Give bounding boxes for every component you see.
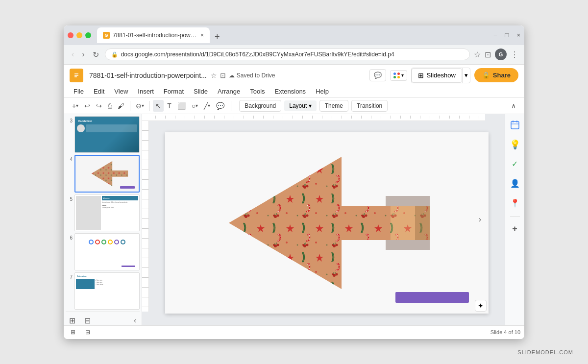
background-button[interactable]: Background xyxy=(239,100,281,112)
present-icon: ⊞ xyxy=(418,72,424,79)
menu-view[interactable]: View xyxy=(110,86,132,97)
collapse-panel-button[interactable]: ‹ xyxy=(131,314,139,325)
layout-button[interactable]: Layout ▾ xyxy=(284,100,316,111)
slide-grid-view[interactable]: ⊞ xyxy=(68,328,78,337)
redo-button[interactable]: ↪ xyxy=(94,100,104,112)
tab-close-icon[interactable]: × xyxy=(200,32,204,39)
screen-mirror-icon[interactable]: ⊡ xyxy=(485,50,491,59)
page-indicator: Slide 4 of 10 xyxy=(490,329,520,335)
lock-share-icon: 🔒 xyxy=(482,72,490,79)
add-sidebar-icon[interactable]: + xyxy=(508,222,522,236)
watermark: SLIDEMODEL.COM xyxy=(517,349,573,355)
grid-view-button[interactable]: ⊞ xyxy=(67,314,78,325)
undo-button[interactable]: ↩ xyxy=(82,100,93,112)
next-slide-arrow[interactable]: › xyxy=(479,215,481,224)
share-label: Share xyxy=(493,72,511,79)
slide-panel: 3 Placeholder 4 xyxy=(64,114,142,325)
star-icon[interactable]: ☆ xyxy=(211,72,217,79)
maximize-window-btn[interactable] xyxy=(85,32,91,38)
text-tool-button[interactable]: T xyxy=(165,100,174,112)
line-dropdown: ▾ xyxy=(208,103,210,108)
transition-button[interactable]: Transition xyxy=(351,100,388,112)
chrome-menu-icon[interactable]: ⋮ xyxy=(511,50,518,59)
meet-button[interactable]: ▾ xyxy=(390,70,407,81)
print-button[interactable]: ⎙ xyxy=(105,100,114,112)
slide-thumbnail-4[interactable] xyxy=(74,155,140,193)
next-arrow-icon[interactable]: › xyxy=(479,215,481,223)
slides-filename[interactable]: 7881-01-self-introduction-powerpoint... xyxy=(89,72,207,79)
reload-button[interactable]: ↻ xyxy=(91,48,101,61)
comment-tool-button[interactable]: 💬 xyxy=(214,100,227,112)
menu-extensions[interactable]: Extensions xyxy=(271,86,310,97)
slideshow-label: Slideshow xyxy=(427,72,456,79)
arrow-shape[interactable] xyxy=(165,132,489,314)
share-button[interactable]: 🔒 Share xyxy=(474,68,518,82)
header-actions: 💬 ▾ ⊞ Slideshow ▾ xyxy=(369,68,518,83)
add-button[interactable]: + ▾ xyxy=(70,100,81,112)
slides-header: 7881-01-self-introduction-powerpoint... … xyxy=(64,65,524,98)
theme-button[interactable]: Theme xyxy=(319,100,348,112)
slideshow-button[interactable]: ⊞ Slideshow xyxy=(412,68,462,83)
shape-icon: ○ xyxy=(192,102,196,110)
dropdown-icon: ▾ xyxy=(465,72,468,79)
menu-format[interactable]: Format xyxy=(160,86,188,97)
slide-num-6: 6 xyxy=(66,235,73,241)
url-text: docs.google.com/presentation/d/1D9CiL08o… xyxy=(121,51,464,58)
menu-arrange[interactable]: Arrange xyxy=(214,86,244,97)
bottom-bar: ⊞ ⊟ Slide 4 of 10 xyxy=(64,325,524,339)
slide-thumbnail-5[interactable]: Mission Lorem ipsum dolor sit amet conse… xyxy=(74,194,140,232)
corner-add-button[interactable]: ✦ xyxy=(475,300,487,312)
comments-button[interactable]: 💬 xyxy=(369,69,386,81)
menu-edit[interactable]: Edit xyxy=(90,86,108,97)
bookmark-icon[interactable]: ☆ xyxy=(474,50,481,59)
plus-icon: + xyxy=(72,102,76,110)
forward-button[interactable]: › xyxy=(80,48,86,61)
menu-file[interactable]: File xyxy=(70,86,88,97)
slideshow-dropdown-button[interactable]: ▾ xyxy=(462,68,470,83)
slide-thumbnail-7[interactable]: Education ▪ Item one ▪ Item two ▪ Item t… xyxy=(74,272,140,310)
slides-title-area: 7881-01-self-introduction-powerpoint... … xyxy=(89,72,364,79)
back-button[interactable]: ‹ xyxy=(70,48,76,61)
active-tab[interactable]: G 7881-01-self-introduction-powe... × xyxy=(97,27,210,43)
slide-thumb-7: 7 Education ▪ Item one ▪ Item two ▪ Item… xyxy=(66,272,140,310)
new-tab-button[interactable]: + xyxy=(211,30,224,43)
collapse-toolbar-button[interactable]: ∧ xyxy=(509,100,518,112)
minimize-window-btn[interactable] xyxy=(76,32,82,38)
slide-num-5: 5 xyxy=(66,196,73,202)
minimize-icon[interactable]: − xyxy=(493,31,497,39)
slides-logo xyxy=(70,69,83,82)
menu-bar: File Edit View Insert Format Slide Arran… xyxy=(70,85,518,97)
maps-sidebar-icon[interactable]: 📍 xyxy=(508,196,522,210)
menu-help[interactable]: Help xyxy=(312,86,333,97)
menu-slide[interactable]: Slide xyxy=(190,86,212,97)
url-bar[interactable]: 🔒 docs.google.com/presentation/d/1D9CiL0… xyxy=(105,49,470,60)
close-icon[interactable]: × xyxy=(516,31,520,39)
zoom-button[interactable]: ⊖ ▾ xyxy=(133,100,147,112)
select-tool-button[interactable]: ↖ xyxy=(153,100,164,112)
line-tool-button[interactable]: ╱ ▾ xyxy=(201,100,213,112)
restore-icon[interactable]: □ xyxy=(505,31,509,39)
svg-marker-7 xyxy=(91,161,128,186)
close-window-btn[interactable] xyxy=(68,32,74,38)
shape-tool-button[interactable]: ○ ▾ xyxy=(189,100,200,112)
tab-bar: G 7881-01-self-introduction-powe... × + xyxy=(97,27,488,43)
slide-canvas[interactable]: ✦ xyxy=(165,132,489,314)
tasks-sidebar-icon[interactable]: 💡 xyxy=(508,138,522,151)
drive-icon[interactable]: ⊡ xyxy=(220,72,226,79)
toolbar-separator-3 xyxy=(231,101,231,111)
menu-insert[interactable]: Insert xyxy=(134,86,158,97)
paint-format-button[interactable]: 🖌 xyxy=(115,100,127,112)
slide-thumbnail-3[interactable]: Placeholder xyxy=(74,116,140,153)
filmstrip-view-button[interactable]: ⊟ xyxy=(82,314,93,325)
svg-rect-3 xyxy=(74,76,77,77)
profile-icon[interactable]: G xyxy=(495,49,507,60)
corner-icon[interactable]: ✦ xyxy=(475,300,487,312)
meet-dropdown[interactable]: ▾ xyxy=(401,73,404,78)
image-tool-button[interactable]: ⬜ xyxy=(175,100,188,112)
keep-sidebar-icon[interactable]: ✓ xyxy=(508,157,522,171)
slide-thumbnail-6[interactable] xyxy=(74,233,140,270)
contacts-sidebar-icon[interactable]: 👤 xyxy=(508,177,522,191)
calendar-sidebar-icon[interactable] xyxy=(508,118,522,132)
menu-tools[interactable]: Tools xyxy=(246,86,269,97)
slide-filmstrip-view[interactable]: ⊟ xyxy=(82,328,93,337)
